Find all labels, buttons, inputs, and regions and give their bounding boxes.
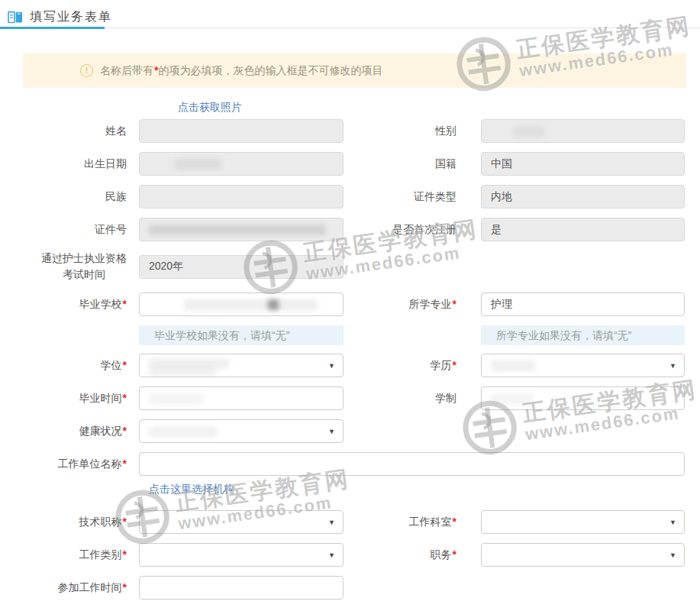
chevron-down-icon: ▼ — [669, 362, 676, 370]
first-registration-label: 是否首次注册 — [344, 221, 481, 238]
required-star: * — [452, 548, 456, 561]
technical-title-select[interactable]: ▼ — [139, 510, 344, 534]
name-label: 姓名 — [0, 123, 139, 139]
first-registration-input: 是 — [481, 218, 685, 241]
chevron-down-icon: ▼ — [328, 362, 335, 370]
chevron-down-icon: ▼ — [669, 519, 676, 526]
major-hint: 所学专业如果没有，请填“无” — [481, 325, 685, 345]
degree-label: 学位* — [0, 357, 139, 373]
required-star: * — [452, 516, 456, 528]
hint-row: 毕业学校如果没有，请填“无” 所学专业如果没有，请填“无” — [0, 325, 700, 345]
required-star: * — [122, 581, 127, 593]
work-start-time-input[interactable] — [139, 576, 344, 600]
required-star: * — [122, 359, 127, 371]
ethnicity-label: 民族 — [0, 189, 139, 205]
form-row: 参加工作时间* — [0, 576, 700, 600]
chevron-down-icon: ▼ — [328, 551, 335, 559]
work-start-time-label: 参加工作时间* — [0, 580, 139, 596]
schooling-length-label: 学制 — [344, 390, 481, 406]
form-row: 毕业学校* 所学专业* 护理 — [0, 293, 700, 316]
gender-input — [481, 119, 685, 143]
id-number-input — [139, 218, 344, 241]
education-select[interactable]: ▼ — [481, 354, 685, 377]
graduation-school-input[interactable] — [139, 293, 344, 316]
graduation-school-hint: 毕业学校如果没有，请填“无” — [139, 325, 344, 345]
id-type-label: 证件类型 — [344, 189, 481, 205]
form-row: 健康状况* ▼ — [0, 419, 700, 443]
form-row: 毕业时间* 学制 — [0, 386, 700, 410]
nationality-label: 国籍 — [344, 156, 481, 172]
chevron-down-icon: ▼ — [328, 428, 335, 435]
work-unit-name-label: 工作单位名称* — [0, 456, 139, 472]
birth-date-label: 出生日期 — [0, 156, 139, 172]
required-star: * — [452, 359, 456, 371]
page-title: 填写业务表单 — [30, 9, 112, 25]
form-row: 技术职称* ▼ 工作科室* ▼ — [0, 510, 700, 534]
form-row: 民族 证件类型 内地 — [0, 185, 700, 209]
degree-select[interactable]: ▼ — [139, 354, 344, 377]
required-star: * — [122, 516, 127, 528]
nationality-input: 中国 — [481, 152, 685, 176]
health-status-label: 健康状况* — [0, 423, 139, 439]
chevron-down-icon: ▼ — [328, 519, 335, 526]
form-row: 通过护士执业资格考试时间 2020年 — [0, 251, 700, 283]
form-row: 学位* ▼ 学历* ▼ — [0, 354, 700, 377]
form-row: 工作类别* ▼ 职务* ▼ — [0, 543, 700, 567]
work-category-label: 工作类别* — [0, 547, 139, 563]
work-department-select[interactable]: ▼ — [481, 510, 685, 534]
major-label: 所学专业* — [344, 296, 481, 312]
graduation-school-label: 毕业学校* — [0, 296, 139, 312]
name-input — [139, 119, 344, 143]
id-type-input: 内地 — [481, 185, 685, 209]
notice-bar: ! 名称后带有*的项为必填项，灰色的输入框是不可修改的项目 — [23, 53, 686, 88]
gender-label: 性别 — [344, 123, 481, 139]
work-department-label: 工作科室* — [344, 514, 481, 530]
info-icon: ! — [80, 64, 93, 77]
major-input[interactable]: 护理 — [481, 293, 685, 316]
required-star: * — [122, 425, 127, 437]
chevron-down-icon: ▼ — [669, 551, 676, 559]
work-category-select[interactable]: ▼ — [139, 543, 344, 567]
page-header: 填写业务表单 — [0, 0, 700, 28]
position-select[interactable]: ▼ — [481, 543, 685, 567]
required-star: * — [122, 298, 127, 310]
notice-text: 名称后带有*的项为必填项，灰色的输入框是不可修改的项目 — [100, 64, 382, 78]
form-row: 姓名 性别 — [0, 119, 700, 143]
technical-title-label: 技术职称* — [0, 514, 139, 530]
graduation-time-input[interactable] — [139, 386, 344, 410]
work-unit-name-input[interactable] — [139, 452, 685, 476]
required-star: * — [122, 457, 127, 470]
business-form: 姓名 性别 出生日期 国籍 中国 民族 证件类型 内地 证件号 是否首次注册 是… — [0, 119, 700, 600]
form-row: 出生日期 国籍 中国 — [0, 152, 700, 176]
required-star: * — [122, 548, 127, 561]
get-photo-link[interactable]: 点击获取照片 — [178, 101, 242, 113]
id-number-label: 证件号 — [0, 221, 139, 238]
position-label: 职务* — [344, 547, 481, 563]
form-row: 工作单位名称* — [0, 452, 700, 476]
birth-date-input — [139, 152, 344, 176]
select-org-link[interactable]: 点击这里选择机构 — [149, 483, 234, 495]
active-tab-underline — [0, 27, 105, 29]
health-status-select[interactable]: ▼ — [139, 419, 344, 443]
required-star: * — [122, 392, 127, 404]
graduation-time-label: 毕业时间* — [0, 390, 139, 406]
exam-time-label: 通过护士执业资格考试时间 — [0, 251, 139, 283]
book-icon — [8, 11, 23, 24]
ethnicity-input — [139, 185, 344, 209]
required-star: * — [452, 298, 456, 310]
form-row: 证件号 是否首次注册 是 — [0, 218, 700, 241]
schooling-length-input[interactable] — [481, 386, 685, 410]
exam-time-input: 2020年 — [139, 255, 344, 279]
education-label: 学历* — [344, 357, 481, 373]
